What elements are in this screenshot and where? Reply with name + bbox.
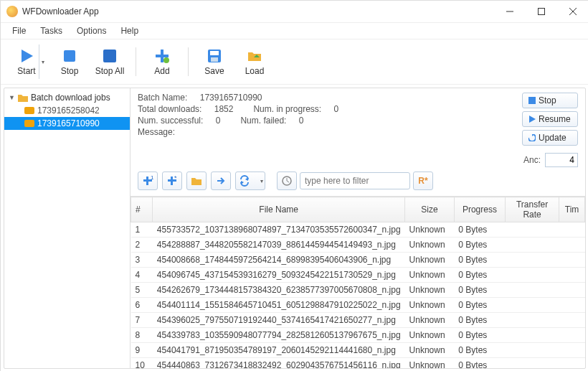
export-button[interactable] [211, 172, 231, 190]
total-value: 1852 [214, 104, 234, 114]
load-button[interactable]: Load [237, 44, 272, 79]
cell-size: Unknown [405, 283, 455, 298]
cell-time [559, 222, 585, 238]
cell-size: Unknown [405, 343, 455, 358]
close-button[interactable] [557, 1, 588, 22]
col-size[interactable]: Size [405, 197, 455, 222]
table-row[interactable]: 10454440863_7312673418832492_60290435767… [131, 358, 585, 369]
stopall-button[interactable]: Stop All [93, 44, 127, 79]
subtoolbar: 1 * ▾ R* [131, 169, 585, 193]
toolbar: Start ▾ Stop Stop All Add Save Load [1, 39, 588, 85]
filter-input[interactable] [300, 172, 410, 189]
cell-size: Unknown [405, 268, 455, 283]
cell-progress: 0 Bytes [454, 313, 505, 328]
cell-size: Unknown [405, 238, 455, 253]
table-row[interactable]: 3454008668_1748445972564214_689983954060… [131, 253, 585, 268]
cell-time [559, 358, 585, 369]
cell-size: Unknown [405, 222, 455, 238]
menu-file[interactable]: File [6, 24, 32, 37]
table-row[interactable]: 7454396025_797550719192440_5374165417421… [131, 313, 585, 328]
batch-resume-label: Resume [539, 114, 571, 124]
cell-num: 6 [131, 298, 153, 313]
cell-file: 454041791_871950354789197_20601452921144… [153, 343, 405, 358]
succ-label: Num. successful: [138, 116, 203, 126]
downloads-table[interactable]: # File Name Size Progress Transfer Rate … [131, 196, 585, 368]
cell-file: 454096745_437154539316279_50932454221517… [153, 268, 405, 283]
titlebar: WFDownloader App [1, 1, 588, 23]
table-row[interactable]: 8454339783_1035590948077794_282581260513… [131, 328, 585, 343]
add-one-button[interactable]: 1 [138, 172, 158, 190]
stopall-label: Stop All [95, 66, 125, 76]
menu-help[interactable]: Help [115, 24, 144, 37]
col-file[interactable]: File Name [153, 197, 405, 222]
tree-root-label: Batch download jobs [31, 93, 110, 103]
col-progress[interactable]: Progress [454, 197, 505, 222]
cell-file: 454396025_797550719192440_53741654174216… [153, 313, 405, 328]
cell-progress: 0 Bytes [454, 222, 505, 238]
cell-time [559, 238, 585, 253]
cell-rate [506, 283, 559, 298]
content: ▼ Batch download jobs 173916525804217391… [4, 88, 586, 369]
batch-name-value: 1739165710990 [200, 93, 262, 103]
folder-icon [18, 93, 28, 102]
minimize-button[interactable] [494, 1, 526, 22]
add-button[interactable]: Add [145, 44, 179, 79]
cell-file: 454008668_1748445972564214_6899839540604… [153, 253, 405, 268]
add-many-button[interactable]: * [162, 172, 182, 190]
anc-input[interactable] [545, 153, 578, 167]
plus-icon [153, 47, 171, 65]
cell-num: 2 [131, 238, 153, 253]
save-button[interactable]: Save [197, 44, 232, 79]
cell-progress: 0 Bytes [454, 328, 505, 343]
cell-num: 3 [131, 253, 153, 268]
menu-options[interactable]: Options [71, 24, 112, 37]
detail-pane: Batch Name: 1739165710990 Total download… [131, 88, 585, 368]
stop-label: Stop [61, 66, 79, 76]
tree-root[interactable]: ▼ Batch download jobs [4, 91, 130, 104]
stop-button[interactable]: Stop [52, 44, 87, 79]
table-row[interactable]: 4454096745_437154539316279_5093245422151… [131, 268, 585, 283]
open-folder-button[interactable] [186, 172, 207, 190]
anc-field: Anc: [523, 153, 578, 167]
svg-point-9 [163, 57, 169, 63]
batch-resume-button[interactable]: Resume [522, 111, 578, 127]
cell-rate [506, 268, 559, 283]
cell-progress: 0 Bytes [454, 343, 505, 358]
tree-item-label: 1739165710990 [37, 118, 100, 128]
schedule-button[interactable] [277, 172, 297, 190]
cell-num: 9 [131, 343, 153, 358]
cell-num: 7 [131, 313, 153, 328]
cell-progress: 0 Bytes [454, 283, 505, 298]
cell-rate [506, 298, 559, 313]
table-row[interactable]: 1455733572_1037138968074897_713470353557… [131, 222, 585, 238]
col-time[interactable]: Tim [559, 197, 585, 222]
col-rate[interactable]: Transfer Rate [506, 197, 559, 222]
svg-text:*: * [174, 175, 177, 182]
cell-file: 455733572_1037138968074897_7134703535572… [153, 222, 405, 238]
tree-item[interactable]: 1739165710990 [4, 117, 130, 130]
table-row[interactable]: 9454041791_871950354789197_2060145292114… [131, 343, 585, 358]
table-row[interactable]: 5454262679_1734448157384320_623857739700… [131, 283, 585, 298]
menu-tasks[interactable]: Tasks [34, 24, 68, 37]
chevron-down-icon: ▼ [9, 94, 15, 101]
table-row[interactable]: 2454288887_3448205582147039_886144594454… [131, 238, 585, 253]
maximize-button[interactable] [526, 1, 557, 22]
tree-item-label: 1739165258042 [37, 105, 100, 116]
job-tree: ▼ Batch download jobs 173916525804217391… [4, 88, 131, 368]
start-button[interactable]: Start ▾ [6, 44, 47, 79]
cell-file: 454262679_1734448157384320_6238577397005… [153, 283, 405, 298]
batch-stop-label: Stop [539, 95, 556, 105]
regex-filter-button[interactable]: R* [413, 172, 433, 190]
toolbar-separator [136, 47, 136, 76]
sync-button[interactable]: ▾ [235, 172, 265, 190]
cell-time [559, 343, 585, 358]
start-dropdown-caret[interactable]: ▾ [39, 44, 47, 79]
cell-time [559, 298, 585, 313]
batch-update-button[interactable]: Update [522, 130, 578, 146]
tree-item[interactable]: 1739165258042 [4, 104, 130, 117]
fail-label: Num. failed: [240, 116, 286, 126]
col-num[interactable]: # [131, 197, 153, 222]
batch-stop-button[interactable]: Stop [522, 93, 578, 108]
add-label: Add [154, 66, 169, 76]
table-row[interactable]: 6454401114_1551584645710451_605129884791… [131, 298, 585, 313]
